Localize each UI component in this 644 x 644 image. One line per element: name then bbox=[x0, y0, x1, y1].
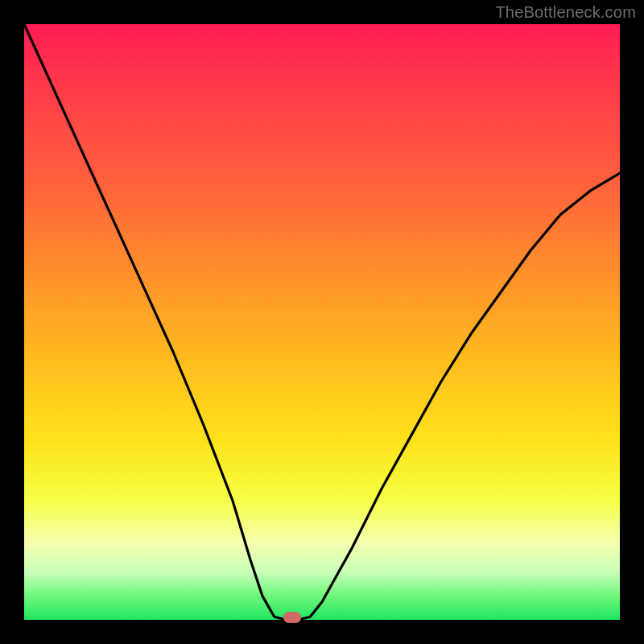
optimal-marker bbox=[283, 612, 301, 623]
chart-frame: TheBottleneck.com bbox=[0, 0, 644, 644]
watermark-text: TheBottleneck.com bbox=[495, 3, 636, 22]
plot-area bbox=[24, 24, 620, 620]
curve-path bbox=[24, 24, 620, 620]
bottleneck-curve bbox=[24, 24, 620, 620]
